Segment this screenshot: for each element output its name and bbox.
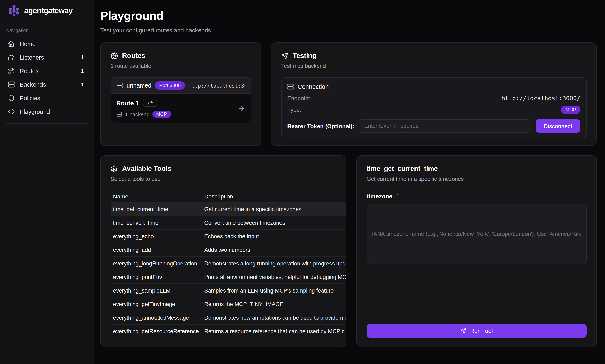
brand-name: agentgateway <box>24 6 73 15</box>
tool-row[interactable]: everything_sampleLLMSamples from an LLM … <box>111 284 346 298</box>
type-label: Type: <box>287 106 302 113</box>
route-name: Route 1 <box>116 99 139 106</box>
tool-name: time_get_current_time <box>113 206 199 212</box>
headphones-icon <box>8 54 15 61</box>
spacer <box>367 264 587 324</box>
bearer-token-input[interactable] <box>359 119 531 133</box>
listener-url: http://localhost:3000/ <box>188 82 245 89</box>
sidebar-item-count: 1 <box>81 68 84 74</box>
nav-section: Navigation Home Listeners 1 Routes 1 Bac… <box>0 21 94 124</box>
tool-name: everything_getTinyImage <box>113 301 199 307</box>
run-tool-button[interactable]: Run Tool <box>367 324 587 338</box>
sidebar-item-label: Routes <box>20 68 76 74</box>
main-content: Playground Test your configured routes a… <box>94 0 605 364</box>
tool-runner-subtitle: Get current time in a specific timezones <box>367 176 587 182</box>
brand[interactable]: agentgateway <box>0 0 94 21</box>
sidebar-item-count: 1 <box>81 81 84 88</box>
bearer-token-label: Bearer Token (Optional): <box>287 123 354 129</box>
server-icon <box>287 83 294 90</box>
endpoint-value: http://localhost:3000/ <box>312 95 580 102</box>
tool-row[interactable]: everything_getTinyImageReturns the MCP_T… <box>111 298 346 311</box>
param-label-timezone: timezone <box>367 193 393 200</box>
tool-row[interactable]: everything_addAdds two numbers <box>111 243 346 257</box>
run-tool-label: Run Tool <box>470 327 493 334</box>
endpoint-label: Endpoint: <box>287 95 312 102</box>
sidebar-item-backends[interactable]: Backends 1 <box>6 78 88 91</box>
tool-name: everything_getResourceReference <box>113 328 199 334</box>
tool-description: Echoes back the input <box>199 233 346 239</box>
sidebar-item-home[interactable]: Home <box>6 37 88 51</box>
sidebar-item-label: Playground <box>20 108 79 115</box>
tool-name: everything_printEnv <box>113 274 199 280</box>
tools-table-header: Name Description <box>111 190 346 203</box>
tools-card-subtitle: Select a tools to use <box>111 176 336 182</box>
code-icon <box>8 108 15 115</box>
column-header-name: Name <box>113 193 199 199</box>
testing-card-subtitle: Test mcp backend <box>281 63 587 69</box>
connection-title: Connection <box>298 83 329 90</box>
tool-row[interactable]: everything_annotatedMessageDemonstrates … <box>111 311 346 325</box>
listener-name: unnamed <box>127 82 151 89</box>
tool-description: Adds two numbers <box>199 247 346 253</box>
sidebar-divider <box>6 123 88 124</box>
tool-row[interactable]: everything_printEnvPrints all environmen… <box>111 270 346 284</box>
tool-description: Samples from an LLM using MCP's sampling… <box>199 287 346 294</box>
server-icon <box>116 111 122 117</box>
tool-row[interactable]: everything_getResourceReferenceReturns a… <box>111 325 346 338</box>
page-title: Playground <box>100 9 597 23</box>
tool-name: everything_add <box>113 247 199 253</box>
tool-name: everything_annotatedMessage <box>113 314 199 321</box>
testing-card-title: Testing <box>293 52 316 60</box>
listener-header: unnamed Port 3000 http://localhost:3000/ <box>111 78 251 94</box>
route-backend-count: 1 backend <box>125 111 150 117</box>
sidebar-item-label: Backends <box>20 81 76 88</box>
routes-card-title: Routes <box>122 52 145 60</box>
sidebar-item-policies[interactable]: Policies <box>6 91 88 105</box>
required-asterisk: * <box>397 192 399 198</box>
gear-icon <box>111 165 118 172</box>
tool-name: everything_sampleLLM <box>113 287 199 294</box>
tool-name: everything_longRunningOperation <box>113 260 199 266</box>
timezone-input[interactable] <box>367 204 587 264</box>
sidebar-item-label: Listeners <box>20 54 76 61</box>
tools-table: Name Description time_get_current_timeGe… <box>111 190 346 338</box>
sidebar-item-playground[interactable]: Playground <box>6 105 88 118</box>
sidebar-item-routes[interactable]: Routes 1 <box>6 64 88 78</box>
nav-section-label: Navigation <box>6 28 88 33</box>
sidebar-item-count: 1 <box>81 54 84 60</box>
server-icon <box>8 81 15 88</box>
tool-name: time_convert_time <box>113 220 199 226</box>
home-icon <box>8 40 15 47</box>
route-path-badge: /* <box>143 99 157 107</box>
tool-runner-title: time_get_current_time <box>367 165 587 172</box>
tool-description: Demonstrates how annotations can be used… <box>199 314 346 321</box>
tool-description: Demonstrates a long running operation wi… <box>199 260 346 266</box>
sidebar-item-label: Policies <box>20 95 79 101</box>
tool-row[interactable]: time_convert_timeConvert time between ti… <box>111 216 346 230</box>
app-root: agentgateway Navigation Home Listeners 1… <box>0 0 605 364</box>
sidebar: agentgateway Navigation Home Listeners 1… <box>0 0 94 364</box>
tool-row[interactable]: everything_longRunningOperationDemonstra… <box>111 257 346 270</box>
page-subtitle: Test your configured routes and backends <box>100 27 597 34</box>
column-header-description: Description <box>199 193 346 199</box>
routes-card: Routes 1 route available unnamed Port 30… <box>100 42 261 146</box>
port-badge: Port 3000 <box>155 81 185 90</box>
tool-description: Returns a resource reference that can be… <box>199 328 346 334</box>
arrow-right-icon[interactable] <box>238 104 245 112</box>
type-badge: MCP <box>561 105 580 114</box>
disconnect-button[interactable]: Disconnect <box>535 119 580 133</box>
route-row[interactable]: Route 1 /* 1 backend MCP <box>111 94 251 123</box>
tool-row[interactable]: everything_echoEchoes back the input <box>111 230 346 243</box>
tool-description: Prints all environment variables, helpfu… <box>199 274 346 280</box>
globe-icon <box>111 52 118 60</box>
send-icon <box>460 328 466 334</box>
tool-runner-card: time_get_current_time Get current time i… <box>356 155 597 347</box>
send-icon <box>281 52 289 60</box>
tool-name: everything_echo <box>113 233 199 239</box>
sidebar-item-listeners[interactable]: Listeners 1 <box>6 51 88 64</box>
tools-table-body: time_get_current_timeGet current time in… <box>111 203 346 338</box>
tool-description: Convert time between timezones <box>199 220 346 226</box>
listener-group: unnamed Port 3000 http://localhost:3000/… <box>111 77 251 123</box>
testing-card: Testing Test mcp backend Connection Endp… <box>271 42 597 146</box>
tool-row[interactable]: time_get_current_timeGet current time in… <box>111 203 346 216</box>
